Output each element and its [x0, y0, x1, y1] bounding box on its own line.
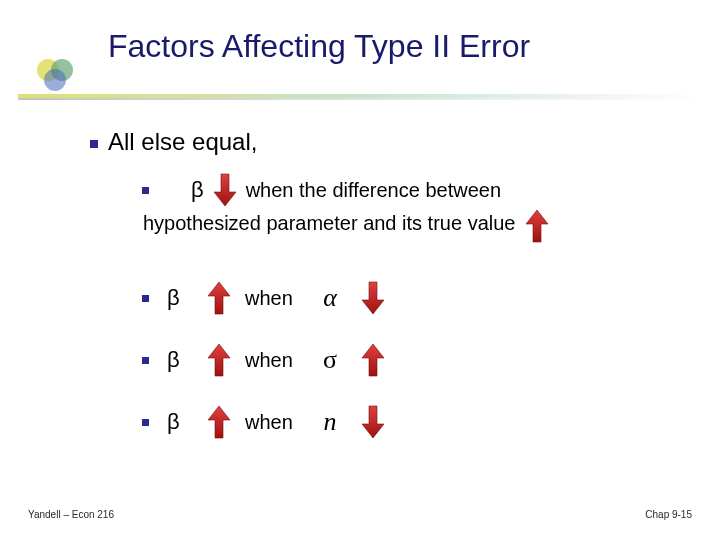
beta-symbol: β — [191, 177, 204, 203]
sub-bullet-3: β when σ — [142, 342, 391, 378]
when-text: when — [245, 349, 293, 371]
bullet-icon — [90, 140, 98, 148]
sub1-text-b: hypothesized parameter and its true valu… — [143, 212, 515, 234]
bullet-icon — [142, 295, 149, 302]
sub-bullet-1: β when the difference between hypothesiz… — [142, 172, 550, 244]
bullet-icon — [142, 357, 149, 364]
title-underline — [18, 94, 702, 100]
main-bullet-text: All else equal, — [108, 128, 257, 155]
down-arrow-icon — [360, 280, 386, 316]
sub-bullet-2: β when α — [142, 280, 391, 316]
up-arrow-icon — [206, 342, 232, 378]
bullet-icon — [142, 187, 149, 194]
svg-point-2 — [44, 69, 66, 91]
footer-right: Chap 9-15 — [645, 509, 692, 520]
n-symbol: n — [317, 407, 343, 437]
beta-symbol: β — [167, 409, 180, 434]
beta-symbol: β — [167, 347, 180, 372]
sigma-symbol: σ — [317, 345, 343, 375]
main-bullet: All else equal, — [90, 128, 257, 156]
bullet-icon — [142, 419, 149, 426]
alpha-symbol: α — [317, 283, 343, 313]
sub1-text-a: when the difference between — [246, 179, 501, 202]
beta-symbol: β — [167, 285, 180, 310]
footer-left: Yandell – Econ 216 — [28, 509, 114, 520]
up-arrow-icon — [206, 280, 232, 316]
when-text: when — [245, 411, 293, 433]
sub-bullet-4: β when n — [142, 404, 391, 440]
down-arrow-icon — [360, 404, 386, 440]
up-arrow-icon — [206, 404, 232, 440]
logo-venn — [34, 56, 78, 94]
down-arrow-icon — [212, 172, 238, 208]
up-arrow-icon — [524, 208, 550, 244]
when-text: when — [245, 287, 293, 309]
slide-title: Factors Affecting Type II Error — [108, 28, 530, 65]
up-arrow-icon — [360, 342, 386, 378]
